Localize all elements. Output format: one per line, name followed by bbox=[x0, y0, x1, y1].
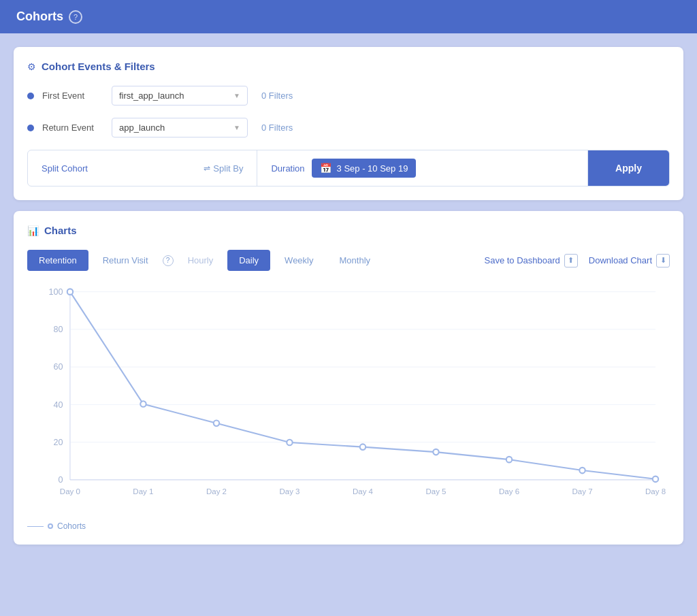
charts-card: 📊 Charts Retention Return Visit ? Hourly… bbox=[14, 211, 683, 545]
cohort-events-card: ⚙ Cohort Events & Filters First Event fi… bbox=[14, 47, 683, 200]
split-by-button[interactable]: ⇌ Split By bbox=[204, 163, 243, 174]
top-bar: Cohorts ? bbox=[0, 0, 697, 33]
legend-label: Cohorts bbox=[57, 521, 86, 531]
svg-point-19 bbox=[506, 457, 512, 463]
return-event-row: Return Event app_launch ▼ 0 Filters bbox=[27, 118, 670, 137]
svg-text:0: 0 bbox=[58, 475, 63, 485]
svg-text:100: 100 bbox=[48, 287, 63, 297]
retention-chart: 100 80 60 40 20 0 Day 0 bbox=[27, 285, 670, 516]
svg-point-13 bbox=[67, 289, 73, 295]
svg-text:Day 4: Day 4 bbox=[353, 487, 374, 496]
main-content: ⚙ Cohort Events & Filters First Event fi… bbox=[0, 33, 697, 558]
chart-tabs-row: Retention Return Visit ? Hourly Daily We… bbox=[27, 250, 670, 271]
chart-legend: Cohorts bbox=[27, 521, 670, 531]
svg-text:Day 5: Day 5 bbox=[425, 487, 446, 496]
svg-text:Day 3: Day 3 bbox=[279, 487, 299, 496]
tab-return-visit[interactable]: Return Visit bbox=[91, 250, 160, 271]
tab-weekly[interactable]: Weekly bbox=[273, 250, 325, 271]
page-help-icon[interactable]: ? bbox=[69, 10, 82, 24]
charts-icon: 📊 bbox=[27, 225, 39, 236]
svg-text:80: 80 bbox=[53, 325, 63, 334]
cohort-section-header: ⚙ Cohort Events & Filters bbox=[27, 61, 670, 72]
date-range-picker[interactable]: 📅 3 Sep - 10 Sep 19 bbox=[312, 159, 417, 178]
first-event-label: First Event bbox=[42, 91, 103, 101]
svg-text:40: 40 bbox=[53, 400, 63, 410]
svg-point-21 bbox=[653, 476, 658, 483]
return-event-arrow: ▼ bbox=[233, 124, 240, 131]
charts-section-header: 📊 Charts bbox=[27, 225, 670, 236]
split-cohort-label: Split Cohort bbox=[42, 163, 88, 174]
split-cohort-section: Split Cohort ⇌ Split By bbox=[28, 150, 257, 186]
save-dashboard-label: Save to Dashboard bbox=[484, 255, 560, 265]
svg-point-18 bbox=[433, 449, 438, 455]
tab-monthly[interactable]: Monthly bbox=[328, 250, 383, 271]
split-icon: ⇌ bbox=[204, 163, 210, 173]
save-dashboard-icon: ⬆ bbox=[564, 254, 578, 268]
first-event-value: first_app_launch bbox=[119, 91, 184, 101]
svg-point-17 bbox=[360, 444, 366, 450]
download-chart-label: Download Chart bbox=[589, 255, 652, 265]
svg-text:20: 20 bbox=[53, 438, 63, 447]
legend-dot-icon bbox=[48, 523, 53, 529]
return-event-filters[interactable]: 0 Filters bbox=[261, 123, 293, 133]
page-title: Cohorts bbox=[16, 10, 63, 24]
return-event-value: app_launch bbox=[119, 123, 165, 133]
duration-label: Duration bbox=[271, 163, 304, 174]
svg-point-16 bbox=[287, 440, 292, 446]
return-event-select[interactable]: app_launch ▼ bbox=[112, 118, 248, 137]
svg-text:Day 7: Day 7 bbox=[572, 487, 592, 496]
svg-point-15 bbox=[214, 421, 219, 427]
svg-text:Day 0: Day 0 bbox=[60, 487, 80, 496]
return-visit-help-icon[interactable]: ? bbox=[163, 255, 174, 266]
svg-text:Day 8: Day 8 bbox=[645, 487, 666, 496]
charts-section-title: Charts bbox=[44, 225, 77, 236]
tab-hourly: Hourly bbox=[176, 250, 225, 271]
svg-point-20 bbox=[579, 468, 585, 474]
first-event-select[interactable]: first_app_launch ▼ bbox=[112, 86, 248, 106]
svg-text:Day 6: Day 6 bbox=[499, 487, 519, 496]
first-event-arrow: ▼ bbox=[233, 92, 240, 99]
date-range-value: 3 Sep - 10 Sep 19 bbox=[337, 163, 408, 174]
svg-text:Day 1: Day 1 bbox=[133, 487, 153, 496]
first-event-filters[interactable]: 0 Filters bbox=[261, 91, 293, 101]
tab-retention[interactable]: Retention bbox=[27, 250, 88, 271]
chart-area: 100 80 60 40 20 0 Day 0 bbox=[27, 285, 670, 516]
calendar-icon: 📅 bbox=[320, 163, 331, 174]
download-icon: ⬇ bbox=[656, 254, 670, 268]
first-event-dot bbox=[27, 93, 34, 99]
apply-button[interactable]: Apply bbox=[588, 150, 669, 186]
save-to-dashboard-button[interactable]: Save to Dashboard ⬆ bbox=[484, 254, 577, 268]
duration-section: Duration 📅 3 Sep - 10 Sep 19 bbox=[257, 150, 588, 186]
svg-text:60: 60 bbox=[53, 362, 63, 372]
cohort-section-title: Cohort Events & Filters bbox=[42, 61, 155, 72]
tab-daily[interactable]: Daily bbox=[227, 250, 270, 271]
download-chart-button[interactable]: Download Chart ⬇ bbox=[589, 254, 670, 268]
controls-row: Split Cohort ⇌ Split By Duration 📅 3 Sep… bbox=[27, 150, 670, 187]
svg-point-14 bbox=[140, 401, 146, 407]
legend-line-icon bbox=[27, 526, 44, 527]
return-event-label: Return Event bbox=[42, 123, 103, 133]
filter-icon: ⚙ bbox=[27, 61, 36, 72]
split-by-label: Split By bbox=[213, 163, 243, 174]
first-event-row: First Event first_app_launch ▼ 0 Filters bbox=[27, 86, 670, 106]
svg-text:Day 2: Day 2 bbox=[206, 487, 227, 496]
return-event-dot bbox=[27, 125, 34, 131]
